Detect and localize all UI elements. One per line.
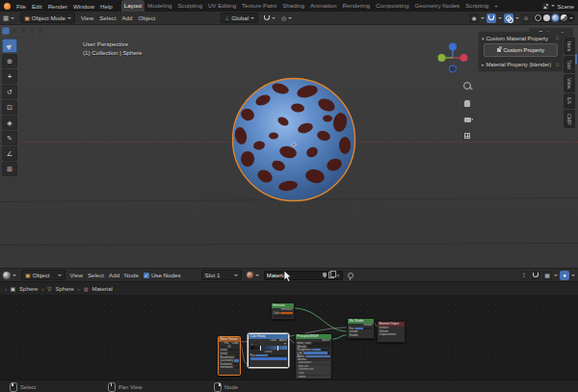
overlays-toggle-button[interactable] <box>504 13 513 23</box>
select-box-tool[interactable]: ▶ <box>2 39 17 53</box>
section-subsurface[interactable]: Subsurface <box>297 361 330 364</box>
add-stop-button[interactable]: + <box>250 342 254 345</box>
custom-property-button[interactable]: Custom Property <box>484 43 558 57</box>
editor-type-dropdown[interactable] <box>3 272 16 279</box>
remove-stop-button[interactable]: − <box>254 342 258 345</box>
material-browse-dropdown[interactable] <box>247 272 259 278</box>
breadcrumb-object[interactable]: Sphere <box>19 286 38 292</box>
viewport-mini-icon[interactable] <box>37 27 44 35</box>
shading-options-button[interactable]: ● <box>560 271 569 280</box>
menu-add[interactable]: Add <box>121 14 132 21</box>
new-material-icon[interactable] <box>328 272 334 278</box>
value-slider[interactable] <box>234 359 239 362</box>
value-slider[interactable] <box>235 355 238 358</box>
add-primitive-tool[interactable]: ⊞ <box>2 162 17 176</box>
ramp-stop-handle[interactable] <box>277 346 278 351</box>
tab-cmp[interactable]: CMP <box>564 110 575 129</box>
menu-add[interactable]: Add <box>109 272 119 278</box>
cursor-tool[interactable]: ⊕ <box>2 54 17 68</box>
interpolation-dropdown[interactable]: Linear <box>250 351 287 353</box>
fake-user-icon[interactable] <box>323 273 327 277</box>
editor-type-dropdown[interactable]: ▦ <box>3 14 14 22</box>
shading-material-preview-button[interactable] <box>552 14 559 21</box>
sphere-object[interactable] <box>230 76 357 203</box>
tab-view[interactable]: View <box>564 74 575 92</box>
tab-animation[interactable]: Animation <box>307 0 340 12</box>
tab-item[interactable]: Item <box>564 38 575 55</box>
node-mix-shader[interactable]: Mix Shader Shader Fac Shader Shader <box>347 318 375 339</box>
pivot-point-button[interactable]: ◉ <box>469 13 479 23</box>
node-material-output[interactable]: Material Output Surface Volume Displacem… <box>377 321 406 343</box>
tab-uv-editing[interactable]: UV Editing <box>205 0 239 12</box>
menu-object[interactable]: Object <box>138 14 155 21</box>
move-tool[interactable]: + <box>2 69 17 84</box>
use-nodes-toggle[interactable]: ✓ Use Nodes <box>144 272 181 278</box>
node-noise-texture[interactable]: Noise Texture Fac Color 3D Scale Detail … <box>218 336 241 376</box>
breadcrumb-material[interactable]: Material <box>92 286 113 292</box>
menu-select[interactable]: Select <box>99 14 116 21</box>
go-to-parent-button[interactable]: ↥ <box>519 271 529 280</box>
gizmos-toggle-button[interactable]: ⊕ <box>521 13 531 23</box>
slot-dropdown[interactable]: Slot 1 <box>201 270 242 280</box>
ramp-color-swatch[interactable] <box>250 357 287 360</box>
pin-icon[interactable] <box>348 273 354 278</box>
rotate-tool[interactable]: ↺ <box>2 85 17 99</box>
overlays-button[interactable]: ▦ <box>542 271 552 280</box>
ramp-stop-handle[interactable] <box>260 346 261 351</box>
menu-view[interactable]: View <box>70 272 83 278</box>
shading-wireframe-button[interactable] <box>535 14 541 21</box>
tab-sculpting[interactable]: Sculpting <box>174 0 204 12</box>
scene-selector[interactable]: Scene <box>542 3 574 10</box>
viewport-3d[interactable]: ▶ ⊕ + ↺ ⊡ ◈ ✎ ∠ ⊞ User Perspective (1) C… <box>0 25 578 268</box>
snapping-button[interactable] <box>531 271 540 280</box>
navigation-gizmo[interactable] <box>435 40 470 79</box>
panel-header-custom-material-property[interactable]: ▾ Custom Material Property ☰ <box>479 33 563 43</box>
camera-view-icon[interactable] <box>464 118 471 122</box>
tab-texture-paint[interactable]: Texture Paint <box>239 0 279 12</box>
breadcrumb-data[interactable]: Sphere <box>55 286 73 292</box>
tab-tool[interactable]: Tool <box>564 56 575 73</box>
strength-slider[interactable] <box>274 315 293 318</box>
tab-rendering[interactable]: Rendering <box>339 0 373 12</box>
menu-node[interactable]: Node <box>124 272 139 278</box>
add-workspace-button[interactable]: + <box>491 0 501 12</box>
value-slider[interactable] <box>233 363 239 366</box>
wire-noise-to-ramp[interactable] <box>241 344 248 364</box>
blender-logo-icon[interactable] <box>4 3 11 10</box>
tab-scripting[interactable]: Scripting <box>462 0 491 12</box>
material-name-field[interactable]: Material × <box>264 271 343 280</box>
menu-render[interactable]: Render <box>48 3 67 10</box>
panel-header-material-property[interactable]: ▸ Material Property (blender) ☰ <box>479 60 563 69</box>
wire-principled-to-mix[interactable] <box>332 335 347 339</box>
value-slider[interactable] <box>303 352 330 354</box>
base-color-swatch[interactable] <box>312 342 330 345</box>
transform-orientation-dropdown[interactable]: ⊥ Global <box>221 13 258 23</box>
node-emission[interactable]: Emission Emission Color <box>271 302 295 320</box>
proportional-editing-dropdown[interactable]: ◎ <box>281 14 292 21</box>
transform-tool[interactable]: ◈ <box>2 116 17 130</box>
snap-toggle-button[interactable] <box>486 13 496 23</box>
ramp-gradient-bar[interactable] <box>250 346 287 350</box>
value-slider[interactable] <box>305 355 330 358</box>
shading-rendered-button[interactable] <box>561 14 567 21</box>
node-principled-bsdf[interactable]: Principled BSDF BSDF Base Color Metallic… <box>295 333 332 379</box>
measure-tool[interactable]: ∠ <box>2 146 17 161</box>
tab-compositing[interactable]: Compositing <box>373 0 411 12</box>
snap-target-dropdown[interactable] <box>264 15 276 20</box>
menu-window[interactable]: Window <box>73 3 94 10</box>
tab-shading[interactable]: Shading <box>279 0 307 12</box>
position-slider[interactable] <box>255 354 286 357</box>
tab-geometry-nodes[interactable]: Geometry Nodes <box>411 0 462 12</box>
tab-modeling[interactable]: Modeling <box>144 0 174 12</box>
section-coat[interactable]: Coat <box>297 372 330 375</box>
zoom-icon[interactable] <box>463 82 471 90</box>
scale-tool[interactable]: ⊡ <box>2 100 17 115</box>
unlink-icon[interactable]: × <box>336 273 340 278</box>
menu-help[interactable]: Help <box>100 3 113 10</box>
viewport-mini-icon[interactable] <box>28 27 36 35</box>
shader-type-dropdown[interactable]: ▣ Object <box>21 270 66 280</box>
annotate-tool[interactable]: ✎ <box>2 131 17 145</box>
viewport-mini-icon[interactable] <box>11 27 18 35</box>
menu-file[interactable]: File <box>16 3 26 10</box>
tab-layout[interactable]: Layout <box>121 0 145 12</box>
